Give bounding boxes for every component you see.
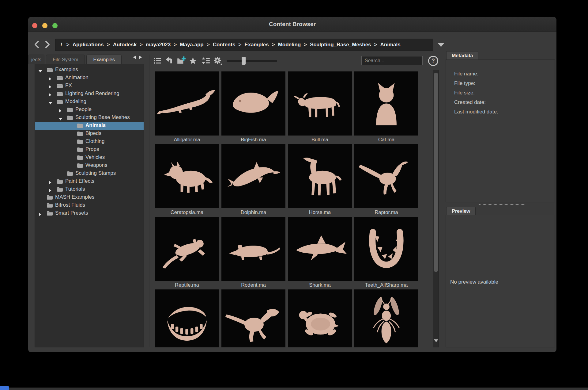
tree-item-sculpting-stamps[interactable]: Sculpting Stamps [35, 170, 144, 178]
content-browser-window: Content Browser />Applications>Autodesk>… [28, 17, 556, 352]
turtle-thumbnail [288, 289, 352, 347]
reptile-thumbnail [155, 217, 219, 281]
slider-handle[interactable] [242, 57, 246, 65]
tab-scroll-left-icon[interactable] [133, 55, 136, 61]
folder-icon [77, 139, 83, 144]
breadcrumb-segment-item[interactable]: / [61, 42, 62, 48]
list-view-button[interactable] [153, 56, 162, 65]
grid-item-bigfish-ma[interactable]: BigFish.ma [221, 71, 285, 144]
grid-item-dolphin-ma[interactable]: Dolphin.ma [221, 144, 285, 217]
breadcrumb-segment-sculpting-base-meshes[interactable]: Sculpting_Base_Meshes [310, 42, 371, 48]
breadcrumb-segment-animals[interactable]: Animals [380, 42, 400, 48]
teeth-lower-model-icon [155, 289, 219, 347]
forward-button[interactable] [43, 40, 51, 49]
grid-item-rodent-ma[interactable]: Rodent.ma [221, 217, 285, 289]
tree-item-tutorials[interactable]: Tutorials [35, 185, 144, 193]
tree-item-modeling[interactable]: Modeling [35, 98, 144, 106]
grid-item-alligator-ma[interactable]: Alligator.ma [155, 71, 219, 144]
tree-item-props[interactable]: Props [35, 146, 144, 154]
grid-scrollbar[interactable] [433, 70, 439, 347]
grid-item-shark-ma[interactable]: Shark.ma [288, 217, 352, 289]
tree-expand-arrow[interactable] [59, 116, 62, 122]
back-button[interactable] [33, 40, 41, 49]
tree-expand-arrow[interactable] [59, 108, 62, 114]
grid-item-turtle[interactable] [288, 289, 352, 347]
breadcrumb-segment-maya2023[interactable]: maya2023 [146, 42, 171, 48]
sort-button[interactable] [201, 56, 210, 65]
breadcrumb-separator: > [238, 42, 241, 48]
breadcrumb-segment-applications[interactable]: Applications [73, 42, 104, 48]
new-folder-icon [176, 56, 186, 65]
folder-icon [77, 131, 83, 136]
grid-item-teeth-allsharp-ma[interactable]: Teeth_AllSharp.ma [354, 217, 418, 289]
tree-expand-arrow[interactable] [49, 84, 51, 90]
tree-expand-arrow[interactable] [49, 100, 52, 106]
tree-expand-arrow[interactable] [49, 92, 51, 98]
tree-item-bifrost-fluids[interactable]: Bifrost Fluids [35, 201, 144, 209]
tab-jects[interactable]: jects [28, 55, 44, 64]
tree-item-fx[interactable]: FX [35, 82, 144, 90]
dolphin-thumbnail [221, 144, 285, 208]
scroll-down-arrow-icon[interactable] [434, 339, 438, 342]
new-folder-button[interactable] [176, 56, 186, 65]
breadcrumb-separator: > [174, 42, 177, 48]
expanded-arrow-icon [39, 70, 42, 73]
tree-item-lighting-and-rendering[interactable]: Lighting And Rendering [35, 90, 144, 98]
path-dropdown-icon[interactable] [438, 43, 444, 47]
raptor-model-icon [354, 144, 418, 208]
grid-item-teeth-lower[interactable] [155, 289, 219, 347]
bigfish-thumbnail [221, 71, 285, 136]
tab-file-system[interactable]: File System [46, 55, 85, 64]
tree-item-paint-effects[interactable]: Paint Effects [35, 178, 144, 185]
breadcrumb-segment-examples[interactable]: Examples [244, 42, 269, 48]
tree-item-animation[interactable]: Animation [35, 74, 144, 82]
favorites-button[interactable] [188, 56, 198, 65]
breadcrumb-segment-modeling[interactable]: Modeling [278, 42, 301, 48]
breadcrumb-segment-contents[interactable]: Contents [213, 42, 236, 48]
grid-item-label: Alligator.ma [155, 136, 219, 144]
tree-item-smart-presets[interactable]: Smart Presets [35, 209, 144, 217]
collapsed-arrow-icon [59, 109, 62, 113]
scrollbar-thumb[interactable] [434, 73, 438, 272]
tree-expand-arrow[interactable] [39, 68, 42, 74]
panel-splitter-handle[interactable] [478, 204, 525, 205]
grid-item-wasp[interactable] [354, 289, 418, 347]
settings-button[interactable] [213, 56, 222, 65]
trex-thumbnail [221, 289, 285, 347]
tab-examples[interactable]: Examples [86, 55, 121, 64]
breadcrumb-segment-autodesk[interactable]: Autodesk [113, 42, 137, 48]
tree-expand-arrow[interactable] [49, 180, 51, 185]
tree-item-mash-examples[interactable]: MASH Examples [35, 193, 144, 201]
tree-item-vehicles[interactable]: Vehicles [35, 154, 144, 162]
preview-section-header: Preview [446, 207, 476, 215]
grid-item-horse-ma[interactable]: Horse.ma [288, 144, 352, 217]
undo-button[interactable] [165, 56, 174, 65]
breadcrumb[interactable]: />Applications>Autodesk>maya2023>Maya.ap… [55, 39, 433, 51]
help-icon[interactable]: ? [428, 56, 438, 66]
tree-expand-arrow[interactable] [39, 212, 41, 217]
thumbnail-size-slider[interactable] [227, 60, 277, 62]
breadcrumb-separator: > [304, 42, 307, 48]
metadata-field-file-type: File type: [454, 78, 555, 88]
breadcrumb-segment-maya-app[interactable]: Maya.app [180, 42, 203, 48]
tab-scroll-right-icon[interactable] [139, 55, 142, 61]
tree-item-people[interactable]: People [35, 106, 144, 114]
tree-item-sculpting-base-meshes[interactable]: Sculpting Base Meshes [35, 114, 144, 122]
tree-expand-arrow[interactable] [49, 76, 51, 82]
tree-item-clothing[interactable]: Clothing [35, 138, 144, 146]
grid-item-raptor-ma[interactable]: Raptor.ma [354, 144, 418, 217]
search-input[interactable] [361, 56, 423, 65]
grid-item-reptile-ma[interactable]: Reptile.ma [155, 217, 219, 289]
tree-item-bipeds[interactable]: Bipeds [35, 130, 144, 138]
titlebar: Content Browser [28, 17, 556, 32]
tree-item-weapons[interactable]: Weapons [35, 162, 144, 170]
rodent-model-icon [221, 217, 285, 281]
grid-item-bull-ma[interactable]: Bull.ma [288, 71, 352, 144]
tree-expand-arrow[interactable] [49, 188, 51, 193]
grid-item-cat-ma[interactable]: Cat.ma [354, 71, 418, 144]
grid-item-trex[interactable] [221, 289, 285, 347]
ceratopsia-thumbnail [155, 144, 219, 208]
tree-item-examples[interactable]: Examples [35, 66, 144, 74]
grid-item-ceratopsia-ma[interactable]: Ceratopsia.ma [155, 144, 219, 217]
tree-item-animals[interactable]: Animals [35, 122, 144, 130]
